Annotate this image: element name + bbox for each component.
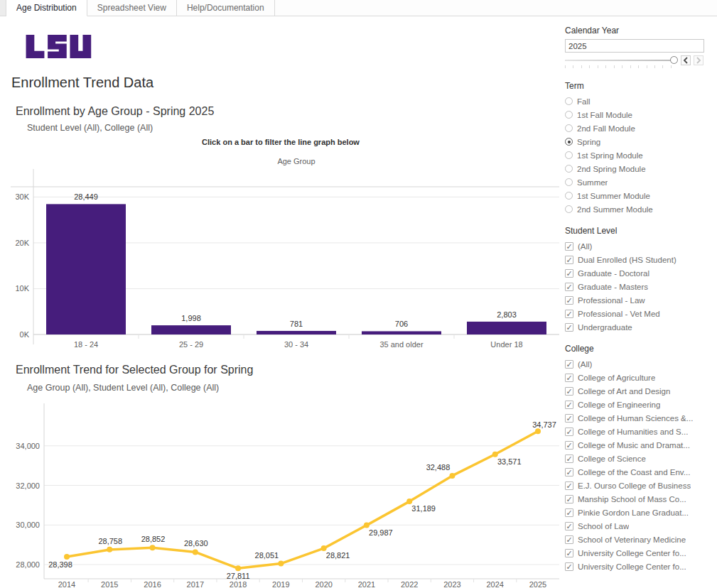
data-point-2015[interactable] xyxy=(107,547,112,552)
radio-icon[interactable] xyxy=(565,205,573,213)
radio-icon[interactable] xyxy=(565,192,573,200)
tab-spreadsheet-view[interactable]: Spreadsheet View xyxy=(87,0,177,16)
checkbox-checked-icon[interactable]: ✓ xyxy=(565,269,573,278)
college-option-college-of-agriculture[interactable]: ✓College of Agriculture xyxy=(565,371,711,384)
college-option--all-[interactable]: ✓(All) xyxy=(565,357,711,371)
student-level-option-undergraduate[interactable]: ✓Undergraduate xyxy=(565,320,711,334)
college-options: ✓(All)✓College of Agriculture✓College of… xyxy=(565,357,711,573)
bar-30-34[interactable] xyxy=(257,331,336,334)
checkbox-checked-icon[interactable]: ✓ xyxy=(565,441,573,450)
point-value-label: 31,189 xyxy=(411,504,436,513)
student-level-option-graduate-masters[interactable]: ✓Graduate - Masters xyxy=(565,280,711,293)
college-option-school-of-veterinary-medicine[interactable]: ✓School of Veterinary Medicine xyxy=(565,533,711,546)
tab-help-documentation[interactable]: Help/Documentation xyxy=(177,0,275,16)
calendar-year-input[interactable] xyxy=(565,39,704,53)
tab-age-distribution[interactable]: Age Distribution xyxy=(6,0,87,16)
data-point-2025[interactable] xyxy=(535,428,541,434)
checkbox-checked-icon[interactable]: ✓ xyxy=(565,283,573,291)
college-option-college-of-human-sciences-[interactable]: ✓College of Human Sciences &... xyxy=(565,411,711,425)
checkbox-checked-icon[interactable]: ✓ xyxy=(565,360,573,369)
term-option-1st-spring-module[interactable]: 1st Spring Module xyxy=(565,148,711,162)
checkbox-checked-icon[interactable]: ✓ xyxy=(565,296,573,305)
college-option-college-of-science[interactable]: ✓College of Science xyxy=(565,452,711,465)
checkbox-checked-icon[interactable]: ✓ xyxy=(565,481,573,490)
checkbox-checked-icon[interactable]: ✓ xyxy=(565,242,573,251)
bar-under-18[interactable] xyxy=(467,322,546,334)
data-point-2024[interactable] xyxy=(492,452,498,457)
radio-icon[interactable] xyxy=(565,151,573,159)
college-option-college-of-engineering[interactable]: ✓College of Engineering xyxy=(565,398,711,411)
checkbox-checked-icon[interactable]: ✓ xyxy=(565,401,573,409)
college-option-college-of-art-and-design[interactable]: ✓College of Art and Design xyxy=(565,384,711,398)
term-option-fall[interactable]: Fall xyxy=(565,94,711,108)
checkbox-checked-icon[interactable]: ✓ xyxy=(565,428,573,436)
checkbox-checked-icon[interactable]: ✓ xyxy=(565,508,573,517)
data-point-2019[interactable] xyxy=(278,561,284,567)
checkbox-checked-icon[interactable]: ✓ xyxy=(565,549,573,557)
student-level-option-professional-vet-med[interactable]: ✓Professional - Vet Med xyxy=(565,307,711,320)
radio-icon[interactable] xyxy=(565,111,573,119)
checkbox-checked-icon[interactable]: ✓ xyxy=(565,310,573,318)
data-point-2017[interactable] xyxy=(193,549,198,555)
radio-icon[interactable] xyxy=(565,165,573,173)
checkbox-checked-icon[interactable]: ✓ xyxy=(565,468,573,477)
radio-icon[interactable] xyxy=(565,124,573,132)
page-title: Enrollment Trend Data xyxy=(11,75,153,91)
checkbox-checked-icon[interactable]: ✓ xyxy=(565,256,573,264)
radio-selected-icon[interactable] xyxy=(565,138,573,146)
college-option-college-of-music-and-dramat-[interactable]: ✓College of Music and Dramat... xyxy=(565,438,711,452)
bar-35-and-older[interactable] xyxy=(362,331,441,334)
student-level-option-dual-enrolled-hs-student-[interactable]: ✓Dual Enrolled (HS Student) xyxy=(565,253,711,266)
radio-icon[interactable] xyxy=(565,178,573,186)
checkbox-checked-icon[interactable]: ✓ xyxy=(565,374,573,382)
data-point-2014[interactable] xyxy=(64,554,70,560)
term-option-1st-fall-module[interactable]: 1st Fall Module xyxy=(565,108,711,121)
term-option-2nd-fall-module[interactable]: 2nd Fall Module xyxy=(565,121,711,135)
slider-handle[interactable] xyxy=(670,56,678,64)
college-option-pinkie-gordon-lane-graduat-[interactable]: ✓Pinkie Gordon Lane Graduat... xyxy=(565,506,711,519)
y-axis-tick-label: 20K xyxy=(15,239,29,247)
checkbox-checked-icon[interactable]: ✓ xyxy=(565,387,573,396)
bar-18-24[interactable] xyxy=(46,204,126,334)
slider-next-button[interactable] xyxy=(694,55,703,65)
checkbox-checked-icon[interactable]: ✓ xyxy=(565,522,573,530)
radio-icon[interactable] xyxy=(565,97,573,105)
college-option-university-college-center-fo-[interactable]: ✓University College Center fo... xyxy=(565,560,711,573)
point-value-label: 32,488 xyxy=(426,463,451,472)
x-axis-year-label: 2023 xyxy=(443,580,460,588)
college-option-college-of-the-coast-and-env-[interactable]: ✓College of the Coast and Env... xyxy=(565,465,711,479)
college-option-school-of-law[interactable]: ✓School of Law xyxy=(565,519,711,533)
bar-25-29[interactable] xyxy=(151,325,231,334)
data-point-2023[interactable] xyxy=(449,473,455,479)
college-option-manship-school-of-mass-co-[interactable]: ✓Manship School of Mass Co... xyxy=(565,492,711,506)
college-option-college-of-humanities-and-s-[interactable]: ✓College of Humanities and S... xyxy=(565,425,711,438)
data-point-2021[interactable] xyxy=(364,523,370,528)
term-option-summer[interactable]: Summer xyxy=(565,175,711,189)
student-level-option--all-[interactable]: ✓(All) xyxy=(565,239,711,253)
term-option-2nd-summer-module[interactable]: 2nd Summer Module xyxy=(565,202,711,216)
data-point-2016[interactable] xyxy=(150,545,156,550)
checkbox-checked-icon[interactable]: ✓ xyxy=(565,414,573,423)
checkbox-checked-icon[interactable]: ✓ xyxy=(565,454,573,463)
data-point-2020[interactable] xyxy=(321,545,327,551)
slider-track[interactable] xyxy=(565,60,675,61)
data-point-2018[interactable] xyxy=(235,565,241,571)
term-option-2nd-spring-module[interactable]: 2nd Spring Module xyxy=(565,162,711,175)
bar-chart-instruction: Click on a bar to filter the line graph … xyxy=(0,138,561,146)
student-level-option-graduate-doctoral[interactable]: ✓Graduate - Doctoral xyxy=(565,266,711,280)
college-option-e-j-ourso-college-of-business[interactable]: ✓E.J. Ourso College of Business xyxy=(565,479,711,492)
student-level-option-professional-law[interactable]: ✓Professional - Law xyxy=(565,293,711,307)
option-label: College of Agriculture xyxy=(578,374,655,382)
term-option-1st-summer-module[interactable]: 1st Summer Module xyxy=(565,189,711,202)
x-axis-year-label: 2022 xyxy=(401,580,418,588)
checkbox-checked-icon[interactable]: ✓ xyxy=(565,495,573,503)
y-axis-tick-label: 0K xyxy=(20,330,30,339)
slider-prev-button[interactable] xyxy=(681,55,691,65)
option-label: School of Law xyxy=(578,522,629,530)
data-point-2022[interactable] xyxy=(406,499,412,504)
checkbox-checked-icon[interactable]: ✓ xyxy=(565,535,573,544)
checkbox-checked-icon[interactable]: ✓ xyxy=(565,323,573,332)
checkbox-checked-icon[interactable]: ✓ xyxy=(565,562,573,571)
college-option-university-college-center-fo-[interactable]: ✓University College Center fo... xyxy=(565,546,711,560)
term-option-spring[interactable]: Spring xyxy=(565,135,711,148)
